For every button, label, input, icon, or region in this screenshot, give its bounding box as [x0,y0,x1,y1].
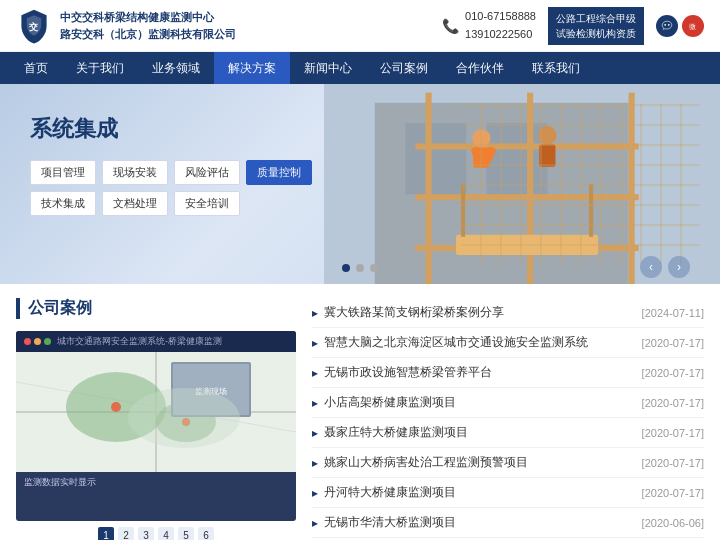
hero-arrows: ‹ › [640,256,690,278]
nav-business[interactable]: 业务领域 [138,52,214,84]
svg-rect-11 [415,143,638,149]
case-title-1[interactable]: 智慧大脑之北京海淀区城市交通设施安全监测系统 [324,334,634,351]
case-bottom-text: 监测数据实时显示 [24,476,288,489]
nav-solutions[interactable]: 解决方案 [214,52,290,84]
case-date-6: [2020-07-17] [642,487,704,499]
prev-arrow[interactable]: ‹ [640,256,662,278]
case-item: ▸ 小店高架桥健康监测项目 [2020-07-17] [312,388,704,418]
contact-area: 📞 010-67158888 13910222560 公路工程综合甲级 试验检测… [442,7,704,45]
hero-tag-1[interactable]: 现场安装 [102,160,168,185]
case-map: 监测现场 [16,352,296,472]
svg-text:监测现场: 监测现场 [195,387,227,396]
case-title-7[interactable]: 无锡市华清大桥监测项目 [324,514,634,531]
svg-rect-15 [473,147,489,167]
nav-contact[interactable]: 联系我们 [518,52,594,84]
preview-title-text: 城市交通路网安全监测系统-桥梁健康监测 [57,335,222,348]
hero-tag-5[interactable]: 文档处理 [102,191,168,216]
case-item: ▸ 姚家山大桥病害处治工程监测预警项目 [2020-07-17] [312,448,704,478]
nav-partners[interactable]: 合作伙伴 [442,52,518,84]
case-title-4[interactable]: 聂家庄特大桥健康监测项目 [324,424,634,441]
dot-1[interactable] [356,264,364,272]
dot-red [24,338,31,345]
nav-home[interactable]: 首页 [10,52,62,84]
bullet-3: ▸ [312,396,318,410]
svg-rect-21 [461,184,465,237]
window-dots [24,338,51,345]
nav-bar: 首页 关于我们 业务领域 解决方案 新闻中心 公司案例 合作伙伴 联系我们 [0,52,720,84]
svg-rect-9 [527,93,533,284]
case-date-4: [2020-07-17] [642,427,704,439]
hero-banner: 系统集成 项目管理 现场安装 风险评估 质量控制 技术集成 文档处理 安全培训 … [0,84,720,284]
nav-news[interactable]: 新闻中心 [290,52,366,84]
page-3[interactable]: 3 [138,527,154,540]
case-title-3[interactable]: 小店高架桥健康监测项目 [324,394,634,411]
svg-point-32 [111,402,121,412]
phone-area: 📞 010-67158888 13910222560 [442,8,536,43]
case-date-5: [2020-07-17] [642,457,704,469]
cases-left: 公司案例 城市交通路网安全监测系统-桥梁健康监测 [16,298,296,540]
case-title-0[interactable]: 冀大铁路某简支钢桁梁桥案例分享 [324,304,634,321]
svg-text:交: 交 [30,20,40,31]
bullet-5: ▸ [312,456,318,470]
svg-point-1 [664,23,666,25]
hero-image [324,84,720,284]
bullet-7: ▸ [312,516,318,530]
case-title-5[interactable]: 姚家山大桥病害处治工程监测预警项目 [324,454,634,471]
page-6[interactable]: 6 [198,527,214,540]
case-title-6[interactable]: 丹河特大桥健康监测项目 [324,484,634,501]
hero-tags: 项目管理 现场安装 风险评估 质量控制 技术集成 文档处理 安全培训 [30,160,330,216]
svg-point-14 [472,129,490,147]
case-title-2[interactable]: 无锡市政设施智慧桥梁管养平台 [324,364,634,381]
case-date-2: [2020-07-17] [642,367,704,379]
logo-area: 交 中交交科桥梁结构健康监测中心 路安交科（北京）监测科技有限公司 [16,8,236,44]
svg-rect-12 [415,194,638,200]
case-item: ▸ 无锡市政设施智慧桥梁管养平台 [2020-07-17] [312,358,704,388]
social-icons: 微 [656,15,704,37]
case-date-3: [2020-07-17] [642,397,704,409]
next-arrow[interactable]: › [668,256,690,278]
case-preview-panel: 城市交通路网安全监测系统-桥梁健康监测 [16,331,296,521]
svg-point-2 [668,23,670,25]
bullet-0: ▸ [312,306,318,320]
page-5[interactable]: 5 [178,527,194,540]
svg-rect-20 [456,235,598,255]
page-2[interactable]: 2 [118,527,134,540]
case-pagination: 1 2 3 4 5 6 [16,527,296,540]
svg-rect-8 [426,93,432,284]
bullet-6: ▸ [312,486,318,500]
hero-tag-2[interactable]: 风险评估 [174,160,240,185]
cases-title: 公司案例 [16,298,296,319]
svg-rect-7 [486,123,547,194]
svg-text:微: 微 [689,22,696,31]
svg-point-33 [182,418,190,426]
case-preview-header: 城市交通路网安全监测系统-桥梁健康监测 [16,331,296,352]
hero-tag-4[interactable]: 技术集成 [30,191,96,216]
cases-section: 公司案例 城市交通路网安全监测系统-桥梁健康监测 [0,284,720,540]
company-name: 中交交科桥梁结构健康监测中心 路安交科（北京）监测科技有限公司 [60,9,236,42]
phone-numbers: 010-67158888 13910222560 [465,8,536,43]
hero-tag-3[interactable]: 质量控制 [246,160,312,185]
page-4[interactable]: 4 [158,527,174,540]
nav-cases[interactable]: 公司案例 [366,52,442,84]
wechat-icon[interactable] [656,15,678,37]
hero-tag-6[interactable]: 安全培训 [174,191,240,216]
svg-point-18 [538,126,556,144]
svg-rect-16 [470,146,482,162]
case-date-7: [2020-06-06] [642,517,704,529]
svg-rect-17 [484,146,496,162]
shield-icon: 交 [16,8,52,44]
nav-about[interactable]: 关于我们 [62,52,138,84]
page-1[interactable]: 1 [98,527,114,540]
bullet-1: ▸ [312,336,318,350]
hero-img-workers [324,84,720,284]
dot-0[interactable] [342,264,350,272]
hero-dots [342,264,378,272]
dot-green [44,338,51,345]
cert-badge: 公路工程综合甲级 试验检测机构资质 [548,7,644,45]
hero-tag-0[interactable]: 项目管理 [30,160,96,185]
weibo-icon[interactable]: 微 [682,15,704,37]
dot-2[interactable] [370,264,378,272]
case-list: ▸ 冀大铁路某简支钢桁梁桥案例分享 [2024-07-11] ▸ 智慧大脑之北京… [312,298,704,540]
case-bottom-bar: 监测数据实时显示 [16,472,296,493]
case-map-image: 监测现场 [16,352,296,472]
